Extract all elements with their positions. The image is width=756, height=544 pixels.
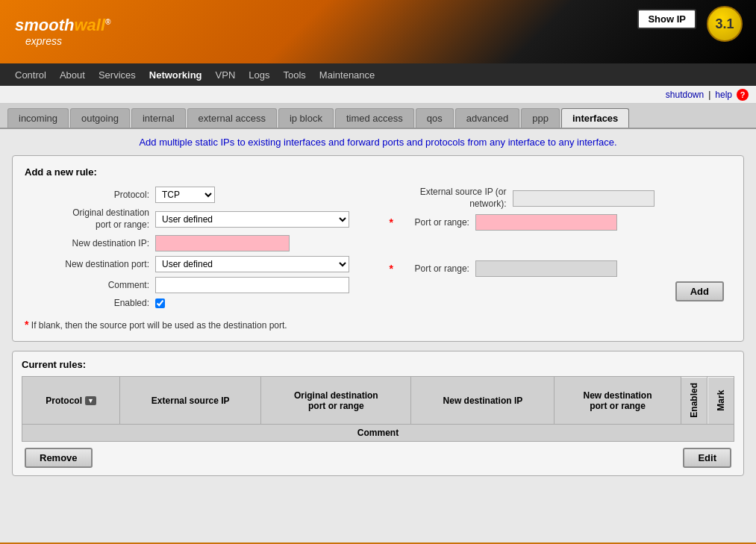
orig-dest-select[interactable]: User defined	[155, 211, 349, 228]
col-new-dest-port: New destinationport or range	[554, 377, 681, 425]
col-mark: Mark	[707, 377, 734, 425]
port-range2-input[interactable]	[475, 260, 617, 277]
nav-bar: Control About Services Networking VPN Lo…	[0, 63, 756, 86]
logo: smoothwall® express	[0, 8, 125, 55]
port-range2-row: * Port or range:	[390, 260, 732, 277]
ext-source-ip-label: External source IP (ornetwork):	[390, 187, 513, 210]
comment-row: Comment:	[25, 277, 367, 293]
description-text: Add multiple static IPs to existing inte…	[12, 137, 744, 148]
col-orig-dest: Original destinationport or range	[261, 377, 411, 425]
version-badge: 3.1	[707, 6, 743, 42]
enabled-row: Enabled:	[25, 298, 367, 308]
col-protocol: Protocol ▼	[22, 377, 120, 425]
footnote-star: *	[25, 319, 28, 331]
nav-item-networking[interactable]: Networking	[149, 69, 202, 81]
tab-timed-access[interactable]: timed access	[335, 108, 414, 128]
edit-button[interactable]: Edit	[683, 448, 731, 468]
tab-external-access[interactable]: external access	[187, 108, 277, 128]
col-new-dest-ip: New destination IP	[411, 377, 554, 425]
tab-qos[interactable]: qos	[416, 108, 454, 128]
new-dest-ip-input[interactable]	[155, 235, 290, 251]
nav-item-maintenance[interactable]: Maintenance	[319, 69, 375, 81]
show-ip-button[interactable]: Show IP	[637, 9, 696, 29]
port-range1-input[interactable]	[475, 214, 617, 231]
protocol-select[interactable]: TCP UDP Both	[155, 187, 215, 203]
comment-header: Comment	[22, 424, 734, 441]
col-enabled: Enabled	[681, 377, 707, 425]
port-range1-row: * Port or range:	[390, 214, 732, 231]
logo-express: express	[25, 35, 110, 48]
comment-label: Comment:	[25, 280, 155, 290]
enabled-label: Enabled:	[25, 298, 155, 308]
tab-advanced[interactable]: advanced	[455, 108, 519, 128]
logo-smoothwall: smoothwall®	[15, 16, 110, 35]
util-bar: shutdown | help ?	[0, 86, 756, 104]
nav-item-logs[interactable]: Logs	[249, 69, 269, 81]
bottom-buttons: Remove Edit	[22, 448, 734, 468]
help-icon[interactable]: ?	[737, 89, 749, 101]
footnote-text: If blank, then the source port will be u…	[31, 320, 287, 331]
col-ext-source: External source IP	[120, 377, 261, 425]
new-dest-ip-row: New destination IP:	[25, 235, 367, 251]
nav-item-about[interactable]: About	[60, 69, 85, 81]
port-range1-label: Port or range:	[393, 217, 475, 228]
form-title: Add a new rule:	[25, 166, 731, 178]
new-dest-ip-label: New destination IP:	[25, 238, 155, 248]
orig-dest-label: Original destinationport or range:	[25, 207, 155, 231]
spacer-row	[390, 235, 732, 256]
nav-item-vpn[interactable]: VPN	[216, 69, 236, 81]
footnote: * If blank, then the source port will be…	[25, 319, 731, 331]
add-rule-form: Add a new rule: Protocol: TCP UDP Both O…	[12, 155, 744, 342]
add-btn-area: Add	[390, 281, 732, 301]
comment-input[interactable]	[155, 277, 349, 293]
ext-source-ip-input[interactable]	[513, 190, 655, 207]
new-dest-port-row: New destination port: User defined	[25, 256, 367, 272]
tab-ip-block[interactable]: ip block	[278, 108, 334, 128]
tab-internal[interactable]: internal	[131, 108, 186, 128]
main-content: Add multiple static IPs to existing inte…	[0, 129, 756, 543]
protocol-label: Protocol:	[25, 190, 155, 200]
nav-item-services[interactable]: Services	[99, 69, 136, 81]
rules-table: Protocol ▼ External source IP Original d…	[22, 376, 734, 442]
tab-bar: incoming outgoing internal external acce…	[0, 104, 756, 129]
enabled-checkbox[interactable]	[155, 298, 165, 308]
tab-interfaces[interactable]: interfaces	[561, 108, 629, 128]
protocol-row: Protocol: TCP UDP Both	[25, 187, 367, 203]
remove-button[interactable]: Remove	[25, 448, 93, 468]
util-separator: |	[708, 90, 710, 100]
sort-icon[interactable]: ▼	[85, 396, 96, 405]
port-range2-label: Port or range:	[393, 263, 475, 274]
nav-item-tools[interactable]: Tools	[284, 69, 306, 81]
tab-outgoing[interactable]: outgoing	[70, 108, 130, 128]
orig-dest-row: Original destinationport or range: User …	[25, 207, 367, 231]
protocol-col-label: Protocol	[46, 396, 82, 406]
form-right-col: External source IP (ornetwork): * Port o…	[390, 187, 732, 313]
shutdown-link[interactable]: shutdown	[666, 90, 704, 100]
new-dest-port-select[interactable]: User defined	[155, 256, 349, 272]
header: smoothwall® express Show IP 3.1	[0, 0, 756, 63]
add-button[interactable]: Add	[675, 281, 724, 301]
help-link[interactable]: help	[715, 90, 732, 100]
tab-incoming[interactable]: incoming	[7, 108, 69, 128]
ext-source-ip-row: External source IP (ornetwork):	[390, 187, 732, 210]
tab-ppp[interactable]: ppp	[521, 108, 560, 128]
nav-item-control[interactable]: Control	[15, 69, 46, 81]
rules-box: Current rules: Protocol ▼ External sourc…	[12, 351, 744, 476]
form-left-col: Protocol: TCP UDP Both Original destinat…	[25, 187, 367, 313]
new-dest-port-label: New destination port:	[25, 259, 155, 269]
rules-title: Current rules:	[22, 359, 734, 370]
